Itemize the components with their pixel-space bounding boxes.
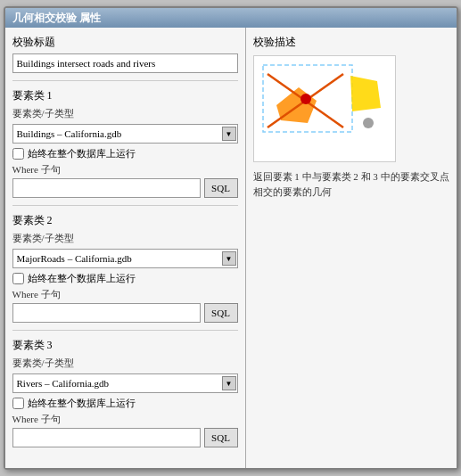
feature3-dropdown-wrapper: Rivers – California.gdb ▼ (12, 373, 238, 393)
feature1-checkbox-row: 始终在整个数据库上运行 (12, 147, 238, 160)
feature2-dropdown[interactable]: MajorRoads – California.gdb (12, 249, 238, 268)
feature3-checkbox[interactable] (12, 398, 24, 409)
feature1-sublabel: 要素类/子类型 (12, 107, 238, 120)
title-input[interactable] (12, 53, 238, 73)
separator-2 (12, 205, 238, 206)
feature2-where-input[interactable] (12, 303, 201, 323)
feature2-checkbox-label: 始终在整个数据库上运行 (28, 272, 136, 285)
separator-3 (12, 330, 238, 331)
title-section-label: 校验标题 (12, 35, 238, 50)
feature1-checkbox-label: 始终在整个数据库上运行 (28, 147, 136, 160)
feature1-where-input[interactable] (12, 178, 201, 198)
feature3-where-row: SQL (12, 428, 238, 447)
description-text: 返回要素 1 中与要素类 2 和 3 中的要素交叉点相交的要素的几何 (253, 169, 449, 199)
feature1-label: 要素类 1 (12, 88, 238, 103)
feature1-dropdown-wrapper: Buildings – California.gdb ▼ (12, 124, 238, 144)
feature1-where-label: Where 子句 (12, 163, 238, 176)
feature3-checkbox-row: 始终在整个数据库上运行 (12, 397, 238, 410)
feature2-sublabel: 要素类/子类型 (12, 232, 238, 245)
feature3-where-label: Where 子句 (12, 413, 238, 426)
diagram-area (253, 55, 396, 162)
feature3-section: 要素类 3 要素类/子类型 Rivers – California.gdb ▼ … (12, 338, 238, 447)
feature1-sql-button[interactable]: SQL (204, 178, 238, 198)
feature2-where-row: SQL (12, 303, 238, 323)
right-panel: 校验描述 返回要素 (246, 28, 457, 468)
feature3-label: 要素类 3 (12, 338, 238, 353)
feature3-sublabel: 要素类/子类型 (12, 357, 238, 370)
feature1-checkbox[interactable] (12, 148, 24, 160)
feature2-checkbox[interactable] (12, 273, 24, 284)
feature3-sql-button[interactable]: SQL (204, 428, 238, 447)
feature1-section: 要素类 1 要素类/子类型 Buildings – California.gdb… (12, 88, 238, 198)
feature2-where-label: Where 子句 (12, 288, 238, 301)
feature2-checkbox-row: 始终在整个数据库上运行 (12, 272, 238, 285)
feature3-where-input[interactable] (12, 428, 201, 447)
feature3-checkbox-label: 始终在整个数据库上运行 (28, 397, 136, 410)
feature2-dropdown-wrapper: MajorRoads – California.gdb ▼ (12, 249, 238, 268)
feature2-section: 要素类 2 要素类/子类型 MajorRoads – California.gd… (12, 213, 238, 323)
feature3-dropdown[interactable]: Rivers – California.gdb (12, 373, 238, 393)
dialog-title: 几何相交校验 属性 (12, 11, 101, 26)
diagram-svg (254, 56, 395, 161)
svg-point-5 (300, 94, 311, 104)
svg-marker-4 (350, 76, 381, 111)
separator-1 (12, 80, 238, 81)
feature2-sql-button[interactable]: SQL (204, 303, 238, 323)
left-panel: 校验标题 要素类 1 要素类/子类型 Buildings – Californi… (5, 28, 246, 468)
title-bar: 几何相交校验 属性 (5, 8, 457, 28)
dialog-window: 几何相交校验 属性 校验标题 要素类 1 要素类/子类型 Buildings –… (4, 6, 458, 470)
right-panel-title: 校验描述 (253, 35, 449, 50)
feature1-dropdown[interactable]: Buildings – California.gdb (12, 124, 238, 144)
title-section: 校验标题 (12, 35, 238, 73)
feature1-where-row: SQL (12, 178, 238, 198)
feature2-label: 要素类 2 (12, 213, 238, 228)
dialog-body: 校验标题 要素类 1 要素类/子类型 Buildings – Californi… (5, 28, 457, 468)
svg-point-6 (363, 118, 374, 128)
